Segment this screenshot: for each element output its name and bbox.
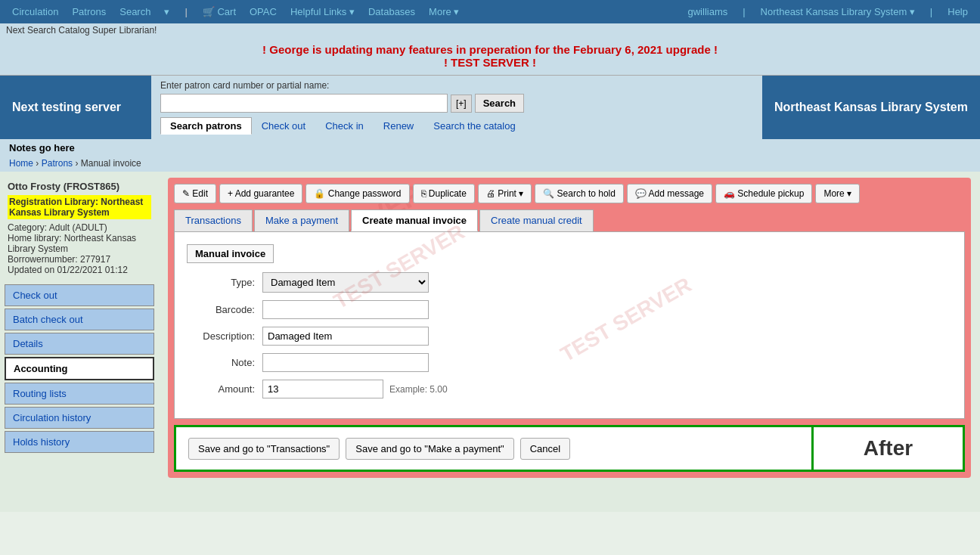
change-password-button[interactable]: 🔒 Change password (305, 184, 409, 203)
registration-library: Registration Library: Northeast Kansas L… (8, 195, 151, 219)
sidebar-item-batch-check-out[interactable]: Batch check out (5, 309, 154, 330)
add-guarantee-button[interactable]: + Add guarantee (219, 184, 302, 203)
main-area: Otto Frosty (FROST865) Registration Libr… (0, 172, 980, 512)
tab-panel: TEST SERVER TEST SERVER Manual invoice T… (174, 231, 965, 419)
amount-row: Amount: Example: 5.00 (187, 380, 952, 398)
borrower-number: Borrowernumber: 277917 (8, 254, 151, 265)
edit-button[interactable]: ✎ Edit (174, 184, 216, 203)
save-payment-button[interactable]: Save and go to "Make a payment" (346, 438, 513, 460)
search-middle: Enter patron card number or partial name… (151, 76, 762, 139)
announcement-line1: ! George is updating many features in pr… (3, 43, 977, 56)
nav-circulation[interactable]: Circulation (6, 3, 64, 20)
amount-hint: Example: 5.00 (389, 384, 448, 395)
sidebar-item-routing-lists[interactable]: Routing lists (5, 383, 154, 405)
top-breadcrumb-text: Next Search Catalog Super Librarian! (6, 25, 157, 36)
after-text: After (864, 436, 913, 460)
top-navigation: Circulation Patrons Search ▾ | 🛒 Cart OP… (0, 0, 980, 23)
amount-input[interactable] (262, 380, 383, 398)
nav-more[interactable]: More ▾ (423, 3, 465, 20)
notes-text: Notes go here (9, 142, 75, 153)
footer-buttons-area: Save and go to "Transactions" Save and g… (174, 425, 965, 472)
add-message-button[interactable]: 💬 Add message (627, 184, 712, 203)
barcode-label: Barcode: (187, 304, 262, 315)
search-right-label: Northeast Kansas Library System (762, 76, 980, 139)
action-buttons-row: ✎ Edit + Add guarantee 🔒 Change password… (174, 184, 965, 203)
description-input[interactable] (262, 327, 429, 346)
sidebar-item-circulation-history[interactable]: Circulation history (5, 407, 154, 429)
description-label: Description: (187, 330, 262, 342)
nav-helpful-links[interactable]: Helpful Links ▾ (284, 3, 361, 20)
tab-renew[interactable]: Renew (374, 117, 423, 135)
nav-search[interactable]: Search (113, 3, 157, 20)
content-tabs: Transactions Make a payment Create manua… (174, 209, 965, 231)
tab-create-manual-invoice[interactable]: Create manual invoice (351, 209, 478, 231)
save-transactions-button[interactable]: Save and go to "Transactions" (188, 438, 340, 460)
note-label: Note: (187, 357, 262, 368)
breadcrumb-nav: Home › Patrons › Manual invoice (0, 157, 980, 172)
breadcrumb-current: Manual invoice (81, 158, 141, 169)
top-breadcrumb-bar: Next Search Catalog Super Librarian! (0, 23, 980, 37)
schedule-pickup-button[interactable]: 🚗 Schedule pickup (715, 184, 812, 203)
tab-create-manual-credit[interactable]: Create manual credit (479, 209, 594, 231)
barcode-input[interactable] (262, 300, 429, 319)
nav-cart[interactable]: 🛒 Cart (197, 3, 242, 20)
announcement-line2: ! TEST SERVER ! (3, 56, 977, 69)
tab-check-out[interactable]: Check out (252, 117, 316, 135)
search-button[interactable]: Search (475, 94, 524, 113)
search-hold-button[interactable]: 🔍 Search to hold (535, 184, 624, 203)
help-link[interactable]: Help (941, 3, 974, 20)
sidebar-item-holds-history[interactable]: Holds history (5, 431, 154, 453)
patron-info: Otto Frosty (FROST865) Registration Libr… (5, 178, 154, 278)
duplicate-button[interactable]: ⎘ Duplicate (413, 184, 475, 203)
type-select[interactable]: Damaged ItemLost ItemNew cardOverdue fin… (262, 272, 429, 293)
sidebar-item-check-out[interactable]: Check out (5, 284, 154, 306)
nav-dropdown[interactable]: ▾ (158, 3, 175, 20)
type-row: Type: Damaged ItemLost ItemNew cardOverd… (187, 272, 952, 293)
notes-bar: Notes go here (0, 139, 980, 157)
search-plus-button[interactable]: [+] (451, 95, 472, 113)
content-area: TEST SERVER TEST SERVER TEST SERVER ✎ Ed… (159, 172, 980, 512)
barcode-row: Barcode: (187, 300, 952, 319)
library-name[interactable]: Northeast Kansas Library System ▾ (755, 3, 921, 20)
user-name: gwilliams (681, 3, 733, 20)
cancel-button[interactable]: Cancel (520, 438, 570, 460)
search-input-label: Enter patron card number or partial name… (160, 80, 753, 91)
sidebar: Otto Frosty (FROST865) Registration Libr… (0, 172, 159, 512)
nav-databases[interactable]: Databases (362, 3, 421, 20)
note-input[interactable] (262, 353, 429, 372)
search-area: Next testing server Enter patron card nu… (0, 75, 980, 139)
patron-name: Otto Frosty (FROST865) (8, 181, 151, 192)
patron-search-input[interactable] (160, 94, 448, 113)
footer-left: Save and go to "Transactions" Save and g… (174, 425, 814, 472)
home-library: Home library: Northeast Kansas Library S… (8, 233, 151, 254)
nav-opac[interactable]: OPAC (243, 3, 283, 20)
print-button[interactable]: 🖨 Print ▾ (478, 184, 532, 203)
type-label: Type: (187, 277, 262, 288)
panel-title: Manual invoice (187, 244, 274, 263)
announcement-banner: ! George is updating many features in pr… (0, 37, 980, 75)
tab-search-patrons[interactable]: Search patrons (160, 117, 252, 135)
note-row: Note: (187, 353, 952, 372)
footer-right: After (814, 425, 965, 472)
nav-patrons[interactable]: Patrons (66, 3, 112, 20)
tab-transactions[interactable]: Transactions (174, 209, 253, 231)
more-button[interactable]: More ▾ (815, 184, 860, 203)
category: Category: Adult (ADULT) (8, 222, 151, 233)
pink-background: TEST SERVER TEST SERVER TEST SERVER ✎ Ed… (168, 178, 971, 478)
sidebar-item-details[interactable]: Details (5, 333, 154, 355)
breadcrumb-home[interactable]: Home (9, 158, 33, 169)
tab-search-catalog[interactable]: Search the catalog (423, 117, 525, 135)
description-row: Description: (187, 327, 952, 346)
breadcrumb-patrons[interactable]: Patrons (42, 158, 73, 169)
tab-check-in[interactable]: Check in (315, 117, 374, 135)
tab-make-payment[interactable]: Make a payment (254, 209, 349, 231)
sidebar-item-accounting[interactable]: Accounting (5, 357, 154, 380)
amount-label: Amount: (187, 383, 262, 395)
search-left-label: Next testing server (0, 76, 151, 139)
updated-on: Updated on 01/22/2021 01:12 (8, 265, 151, 275)
